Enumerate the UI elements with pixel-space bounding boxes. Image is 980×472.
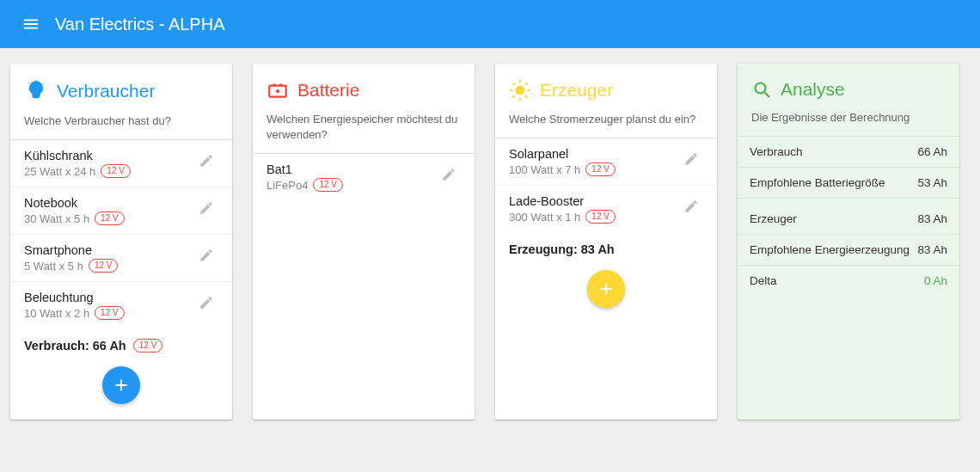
item-detail: 5 Watt x 5 h12 V bbox=[24, 259, 194, 273]
item-detail: 100 Watt x 7 h12 V bbox=[509, 162, 679, 176]
plus-icon bbox=[597, 279, 616, 298]
analyse-row-erzeuger: Erzeuger 83 Ah bbox=[738, 199, 959, 235]
edit-button[interactable] bbox=[194, 149, 218, 173]
pencil-icon bbox=[441, 167, 456, 182]
summary-verbrauch: Verbrauch: 66 Ah 12 V bbox=[10, 328, 232, 361]
edit-button[interactable] bbox=[194, 291, 218, 315]
sun-icon bbox=[509, 79, 531, 101]
list-item[interactable]: Kühlschrank 25 Watt x 24 h12 V bbox=[10, 140, 232, 187]
search-icon bbox=[751, 79, 772, 100]
item-name: Bat1 bbox=[266, 162, 437, 176]
card-title: Verbraucher bbox=[57, 81, 155, 101]
analyse-row-delta: Delta 0 Ah bbox=[738, 266, 959, 296]
pencil-icon bbox=[199, 200, 214, 216]
voltage-badge: 12 V bbox=[313, 178, 343, 192]
card-subtitle: Welche Stromerzeuger planst du ein? bbox=[509, 112, 703, 127]
svg-point-2 bbox=[756, 83, 766, 94]
voltage-badge: 12 V bbox=[585, 162, 616, 176]
bulb-icon bbox=[24, 79, 48, 103]
card-subtitle: Welche Verbraucher hast du? bbox=[24, 113, 218, 129]
edit-button[interactable] bbox=[679, 194, 703, 218]
item-name: Smartphone bbox=[24, 243, 194, 257]
card-analyse: Analyse Die Ergebnisse der Berechnung Ve… bbox=[738, 64, 959, 420]
card-verbraucher: Verbraucher Welche Verbraucher hast du? … bbox=[10, 64, 232, 420]
item-detail: LiFePo412 V bbox=[266, 178, 437, 192]
pencil-icon bbox=[683, 151, 699, 167]
card-subtitle: Welchen Energiespeicher möchtest du verw… bbox=[266, 112, 461, 143]
edit-button[interactable] bbox=[194, 243, 218, 267]
edit-button[interactable] bbox=[679, 147, 703, 171]
pencil-icon bbox=[199, 153, 214, 169]
pencil-icon bbox=[683, 199, 699, 214]
card-title: Batterie bbox=[297, 80, 359, 101]
pencil-icon bbox=[199, 248, 214, 263]
summary-erzeugung: Erzeugung: 83 Ah bbox=[495, 232, 717, 265]
voltage-badge: 12 V bbox=[585, 210, 616, 224]
app-title: Van Electrics - ALPHA bbox=[55, 15, 224, 34]
menu-button[interactable] bbox=[14, 7, 48, 41]
voltage-badge: 12 V bbox=[95, 211, 125, 225]
card-subtitle: Die Ergebnisse der Berechnung bbox=[751, 110, 946, 126]
voltage-badge: 12 V bbox=[101, 164, 131, 178]
item-detail: 10 Watt x 2 h12 V bbox=[24, 306, 194, 320]
card-title: Analyse bbox=[781, 79, 845, 100]
analyse-row-energieerzeugung: Empfohlene Energieerzeugung 83 Ah bbox=[738, 235, 959, 266]
item-name: Solarpanel bbox=[509, 147, 679, 161]
list-item[interactable]: Solarpanel 100 Watt x 7 h12 V bbox=[495, 138, 717, 186]
item-detail: 25 Watt x 24 h12 V bbox=[24, 164, 194, 178]
item-detail: 30 Watt x 5 h12 V bbox=[24, 211, 194, 225]
hamburger-icon bbox=[21, 15, 40, 34]
item-detail: 300 Watt x 1 h12 V bbox=[509, 210, 679, 224]
plus-icon bbox=[112, 376, 131, 395]
voltage-badge: 12 V bbox=[89, 259, 119, 273]
item-name: Lade-Booster bbox=[509, 194, 679, 208]
list-item[interactable]: Bat1 LiFePo412 V bbox=[253, 154, 475, 200]
edit-button[interactable] bbox=[194, 196, 218, 220]
add-erzeuger-button[interactable] bbox=[587, 270, 625, 308]
voltage-badge: 12 V bbox=[133, 339, 163, 352]
edit-button[interactable] bbox=[437, 162, 461, 187]
add-verbraucher-button[interactable] bbox=[102, 366, 140, 404]
analyse-row-verbrauch: Verbrauch 66 Ah bbox=[738, 137, 959, 168]
analyse-row-batteriegroesse: Empfohlene Batteriegröße 53 Ah bbox=[738, 168, 959, 199]
list-item[interactable]: Smartphone 5 Watt x 5 h12 V bbox=[10, 235, 232, 282]
item-name: Kühlschrank bbox=[24, 149, 194, 162]
item-name: Beleuchtung bbox=[24, 291, 194, 304]
topbar: Van Electrics - ALPHA bbox=[0, 0, 980, 48]
list-item[interactable]: Beleuchtung 10 Watt x 2 h12 V bbox=[10, 282, 232, 328]
pencil-icon bbox=[199, 295, 214, 310]
card-batterie: Batterie Welchen Energiespeicher möchtes… bbox=[253, 64, 475, 420]
svg-point-1 bbox=[516, 86, 525, 95]
voltage-badge: 12 V bbox=[95, 306, 125, 320]
item-name: Notebook bbox=[24, 196, 194, 210]
list-item[interactable]: Notebook 30 Watt x 5 h12 V bbox=[10, 187, 232, 235]
list-item[interactable]: Lade-Booster 300 Watt x 1 h12 V bbox=[495, 186, 717, 232]
card-title: Erzeuger bbox=[540, 80, 613, 101]
board: Verbraucher Welche Verbraucher hast du? … bbox=[0, 48, 980, 435]
card-erzeuger: Erzeuger Welche Stromerzeuger planst du … bbox=[495, 64, 717, 420]
battery-icon bbox=[266, 79, 289, 101]
